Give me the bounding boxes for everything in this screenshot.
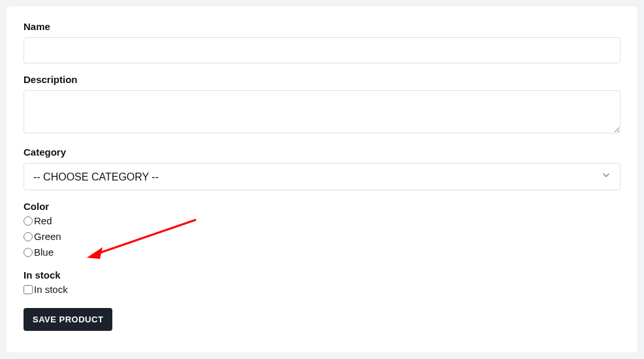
name-input[interactable]: [24, 37, 620, 63]
name-label: Name: [24, 21, 620, 32]
color-radio-blue[interactable]: [24, 248, 33, 257]
color-radio-label: Green: [34, 229, 61, 245]
category-label: Category: [24, 146, 620, 158]
color-radio-green[interactable]: [24, 232, 33, 241]
stock-checkbox[interactable]: [24, 285, 33, 294]
category-field-group: Category -- CHOOSE CATEGORY --: [24, 146, 620, 190]
color-radio-red[interactable]: [24, 216, 33, 226]
category-select-wrapper: -- CHOOSE CATEGORY --: [24, 163, 620, 190]
description-field-group: Description: [24, 74, 620, 136]
save-product-button[interactable]: SAVE PRODUCT: [24, 308, 112, 331]
stock-checkbox-label: In stock: [34, 282, 68, 298]
color-label: Color: [24, 201, 620, 212]
color-radio-label: Red: [34, 213, 52, 229]
color-option-blue[interactable]: Blue: [24, 245, 620, 260]
stock-checkbox-row[interactable]: In stock: [24, 282, 620, 298]
color-option-red[interactable]: Red: [24, 213, 620, 229]
stock-label: In stock: [24, 269, 620, 281]
product-form-card: Name Description Category -- CHOOSE CATE…: [7, 7, 637, 352]
color-radio-label: Blue: [34, 245, 54, 260]
description-input[interactable]: [24, 90, 620, 133]
stock-field-group: In stock In stock: [24, 269, 620, 298]
color-option-green[interactable]: Green: [24, 229, 620, 245]
category-select[interactable]: -- CHOOSE CATEGORY --: [24, 163, 620, 190]
description-label: Description: [24, 74, 620, 85]
color-field-group: Color Red Green Blue: [24, 201, 620, 260]
name-field-group: Name: [24, 21, 620, 63]
